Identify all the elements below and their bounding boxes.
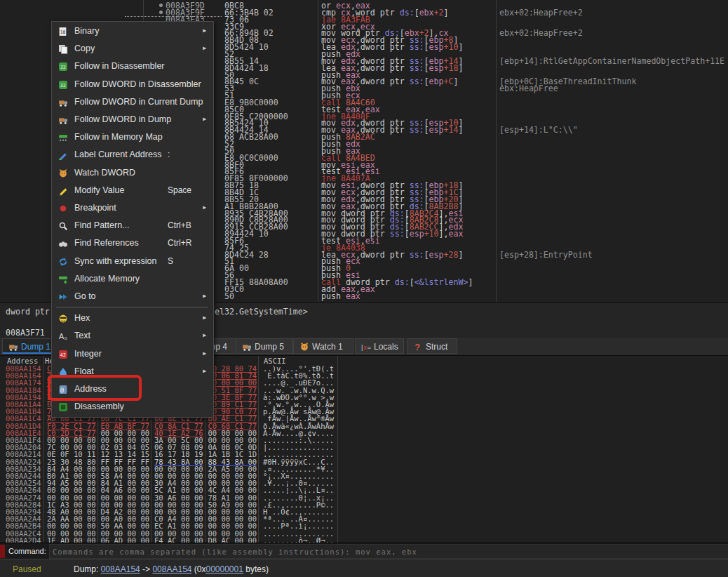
copy-icon [58,44,68,53]
dump-ascii: ....@._.uÐE7o... [263,379,334,386]
tab-dump-5[interactable]: Dump 5 [236,338,293,354]
truck-icon [8,342,18,352]
disasm-instruction: push eax [321,293,360,300]
submenu-arrow-icon: ▶ [203,204,206,211]
context-menu: 10Binary▶Copy▶32Follow in Disassembler32… [51,21,214,418]
menu-item-label: Allocate Memory [74,274,140,284]
svg-text:10: 10 [60,29,66,35]
breakpoint-dot[interactable] [159,11,163,14]
memmap-icon [58,132,68,142]
menu-item-copy[interactable]: Copy▶ [52,40,212,58]
pencil-icon [58,185,68,195]
dump-hex-group: EC A1 00 00 [154,522,203,529]
menu-item-sync-with-expression[interactable]: Sync with expressionS [52,253,212,270]
menu-item-allocate-memory[interactable]: Allocate Memory [52,270,212,288]
tab-locals[interactable]: |x=Locals [355,338,404,354]
svg-text:|: | [361,343,363,351]
dump-address: 008AA174 [6,379,41,386]
menu-item-shortcut: Space [168,185,191,195]
status-addr-from-link[interactable]: 008AA154 [101,564,140,574]
menu-item-breakpoint[interactable]: Breakpoint▶ [52,199,212,217]
menu-item-integer[interactable]: 42Integer▶ [52,345,212,363]
menu-item-follow-dword-in-dump[interactable]: Follow DWORD in Dump▶ [52,111,212,128]
dump-hex-group: 5C A1 00 00 [154,486,203,493]
breakpoint-dot[interactable] [159,4,163,7]
menu-item-label: Integer [74,349,102,359]
tab-label: Watch 1 [312,342,343,352]
int42-icon: 42 [58,349,68,359]
selected-row-focus-dots [125,16,222,17]
svg-text:?: ? [414,342,420,352]
chip-icon: 32 [58,79,68,89]
tab-struct[interactable]: ?Struct [407,338,457,354]
menu-item-label: Follow DWORD in Disassembler [74,79,201,89]
dump-row[interactable]: 008AA26400 00 00 0004 A6 00 005C A1 00 0… [0,486,728,493]
tab-label: Struct [426,342,447,352]
struct-icon: ? [413,342,423,352]
menu-item-follow-dword-in-disassembler[interactable]: 32Follow DWORD in Disassembler [52,76,212,93]
menu-item-label: Binary [74,26,99,36]
command-input[interactable] [49,544,728,559]
asm-token: eax [346,291,360,301]
status-size-link[interactable]: 00000001 [206,564,243,574]
info-line-right: el32.GetSystemTime> [215,307,308,317]
menu-item-watch-dword[interactable]: Watch DWORD [52,164,212,182]
chip-icon: 32 [58,61,68,71]
dump-ascii: ....Pª..ì¡...... [263,522,334,529]
dump-address: 008AA2B4 [6,522,41,529]
menu-item-label: Follow in Disassembler [74,61,165,71]
magnifier-icon [58,220,68,230]
svg-text:32: 32 [60,82,66,88]
tab-label: Dump 5 [255,342,284,352]
menu-item-label-current-address[interactable]: Label Current Address: [52,146,212,164]
menu-item-find-pattern-[interactable]: Find Pattern...Ctrl+B [52,217,212,234]
dump-hex-group: 16 17 18 19 [154,451,203,458]
menu-item-label: Follow in Memory Map [74,132,163,142]
binoculars-icon [58,238,68,248]
menu-item-label: Copy [74,44,95,53]
menu-item-follow-in-disassembler[interactable]: 32Follow in Disassembler [52,58,212,75]
tab-dump-1[interactable]: Dump 1 [2,338,58,354]
menu-item-follow-in-memory-map[interactable]: Follow in Memory Map [52,128,212,146]
dump-row[interactable]: 008AA2140E 0F 10 1112 13 14 1516 17 18 1… [0,451,728,458]
dump-hex-group: 04 A6 00 00 [101,486,150,493]
chipgreen-icon [58,402,68,411]
dump-hex-group: 00 00 00 00 [47,486,96,493]
status-dump-prefix: Dump: [74,564,101,574]
menu-item-label: Find Pattern... [74,220,130,230]
dump-row[interactable]: 008AA2B400 00 00 0050 AA 00 00EC A1 00 0… [0,522,728,529]
disasm-bytes: 50 [224,293,234,300]
menu-item-find-references[interactable]: Find ReferencesCtrl+R [52,234,212,252]
menu-item-text[interactable]: AaText▶ [52,327,212,345]
locals-icon: |x= [361,342,371,352]
command-bar: Command: [0,543,728,559]
submenu-arrow-icon: ▶ [203,293,206,299]
cat-icon [58,168,68,178]
dump-hex-group: 4C A4 00 00 [208,486,257,493]
menu-item-modify-value[interactable]: Modify ValueSpace [52,182,212,199]
submenu-arrow-icon: ▶ [203,314,206,321]
menu-item-follow-dword-in-current-dump[interactable]: Follow DWORD in Current Dump [52,93,212,111]
dump-address: 008AA264 [6,486,41,493]
status-addr-to-link[interactable]: 008AA154 [152,564,191,574]
dump-hex-group: 00 00 00 00 [47,522,96,529]
dump-address: 008AA214 [6,451,41,458]
truck-icon [58,114,68,124]
tab-watch-1[interactable]: Watch 1 [293,338,353,354]
menu-item-label: Breakpoint [74,203,116,213]
menu-item-label: Label Current Address [74,150,161,159]
dump-address: 008AA1C4 [6,415,41,422]
dump-ascii: fÅw.|Åw..Åw°®Åw [263,415,334,422]
menu-item-binary[interactable]: 10Binary▶ [52,22,212,40]
menu-item-label: Follow DWORD in Dump [74,114,171,124]
menu-separator [56,307,208,307]
dump-hex-group: 00 00 00 00 [208,522,257,529]
status-bar: Paused Dump: 008AA154 -> 008AA154 (0x000… [0,559,728,577]
menu-item-go-to[interactable]: Go to▶ [52,288,212,305]
menu-item-label: Sync with expression [74,256,156,266]
submenu-arrow-icon: ▶ [203,116,206,122]
menu-item-label: Follow DWORD in Current Dump [74,97,203,107]
menu-item-hex[interactable]: Hex▶ [52,310,212,327]
textaa-icon: Aa [58,331,68,340]
menu-item-label: Text [74,331,90,340]
